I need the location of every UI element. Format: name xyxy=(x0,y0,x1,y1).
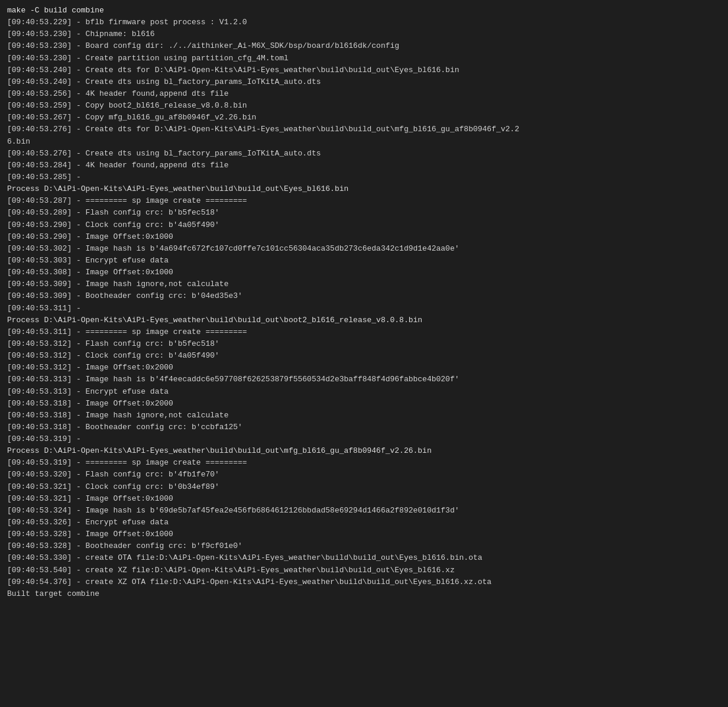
terminal-line: [09:40:53.289] - Flash config crc: b'b5f… xyxy=(7,207,721,219)
terminal-line: [09:40:53.290] - Clock config crc: b'4a0… xyxy=(7,219,721,231)
terminal-line: [09:40:53.321] - Image Offset:0x1000 xyxy=(7,493,721,505)
terminal-line: [09:40:53.312] - Image Offset:0x2000 xyxy=(7,362,721,374)
terminal-line: [09:40:53.318] - Image Offset:0x2000 xyxy=(7,398,721,410)
terminal-line: 6.bin xyxy=(7,136,721,148)
terminal-line: [09:40:53.267] - Copy mfg_bl616_gu_af8b0… xyxy=(7,112,721,124)
terminal-line: [09:40:53.313] - Encrypt efuse data xyxy=(7,386,721,398)
terminal-line: [09:40:53.311] - xyxy=(7,303,721,314)
terminal-line: [09:40:53.328] - Bootheader config crc: … xyxy=(7,540,721,552)
terminal-line: [09:40:53.321] - Clock config crc: b'0b3… xyxy=(7,481,721,493)
terminal-line: [09:40:53.318] - Bootheader config crc: … xyxy=(7,421,721,433)
terminal-line: [09:40:53.540] - create XZ file:D:\AiPi-… xyxy=(7,565,721,576)
terminal-line: [09:40:53.328] - Image Offset:0x1000 xyxy=(7,528,721,540)
terminal-line: [09:40:53.240] - Create dts for D:\AiPi-… xyxy=(7,64,721,76)
terminal-line: Process D:\AiPi-Open-Kits\AiPi-Eyes_weat… xyxy=(7,183,721,195)
terminal-line: [09:40:53.230] - Create partition using … xyxy=(7,53,721,64)
terminal-line: [09:40:53.290] - Image Offset:0x1000 xyxy=(7,231,721,243)
terminal-line: [09:40:53.287] - ========= sp image crea… xyxy=(7,195,721,207)
terminal-line: [09:40:53.308] - Image Offset:0x1000 xyxy=(7,267,721,278)
terminal-line: [09:40:53.319] - xyxy=(7,433,721,445)
terminal-line: [09:40:53.309] - Image hash ignore,not c… xyxy=(7,278,721,290)
terminal-line: [09:40:53.284] - 4K header found,append … xyxy=(7,160,721,171)
terminal-line: [09:40:53.311] - ========= sp image crea… xyxy=(7,326,721,338)
terminal-line: [09:40:53.324] - Image hash is b'69de5b7… xyxy=(7,505,721,517)
terminal-line: [09:40:53.312] - Clock config crc: b'4a0… xyxy=(7,350,721,362)
terminal-line: [09:40:53.330] - create OTA file:D:\AiPi… xyxy=(7,552,721,564)
terminal-line: [09:40:54.376] - create XZ OTA file:D:\A… xyxy=(7,576,721,588)
terminal-line: Process D:\AiPi-Open-Kits\AiPi-Eyes_weat… xyxy=(7,314,721,326)
terminal-line: [09:40:53.285] - xyxy=(7,171,721,183)
terminal-line: [09:40:53.230] - Chipname: bl616 xyxy=(7,28,721,40)
terminal-line: [09:40:53.303] - Encrypt efuse data xyxy=(7,255,721,267)
terminal-line: [09:40:53.256] - 4K header found,append … xyxy=(7,88,721,100)
terminal-line: [09:40:53.326] - Encrypt efuse data xyxy=(7,517,721,528)
terminal-line: Process D:\AiPi-Open-Kits\AiPi-Eyes_weat… xyxy=(7,445,721,457)
terminal-line: Built target combine xyxy=(7,588,721,600)
terminal-line: [09:40:53.276] - Create dts for D:\AiPi-… xyxy=(7,124,721,135)
terminal-line: [09:40:53.309] - Bootheader config crc: … xyxy=(7,290,721,302)
terminal-line: [09:40:53.259] - Copy boot2_bl616_releas… xyxy=(7,100,721,112)
terminal-line: [09:40:53.240] - Create dts using bl_fac… xyxy=(7,76,721,88)
terminal-line: [09:40:53.318] - Image hash ignore,not c… xyxy=(7,410,721,421)
terminal-line: [09:40:53.320] - Flash config crc: b'4fb… xyxy=(7,469,721,481)
terminal-line: [09:40:53.313] - Image hash is b'4f4eeca… xyxy=(7,374,721,385)
terminal-line: [09:40:53.229] - bflb firmware post proc… xyxy=(7,17,721,28)
terminal-line: [09:40:53.319] - ========= sp image crea… xyxy=(7,457,721,469)
terminal-line: [09:40:53.276] - Create dts using bl_fac… xyxy=(7,148,721,160)
terminal-container: make -C build combine[09:40:53.229] - bf… xyxy=(0,0,728,707)
terminal-line: [09:40:53.302] - Image hash is b'4a694fc… xyxy=(7,243,721,255)
terminal-line: [09:40:53.230] - Board config dir: ./../… xyxy=(7,40,721,52)
terminal-line: make -C build combine xyxy=(7,5,721,17)
terminal-line: [09:40:53.312] - Flash config crc: b'b5f… xyxy=(7,338,721,350)
